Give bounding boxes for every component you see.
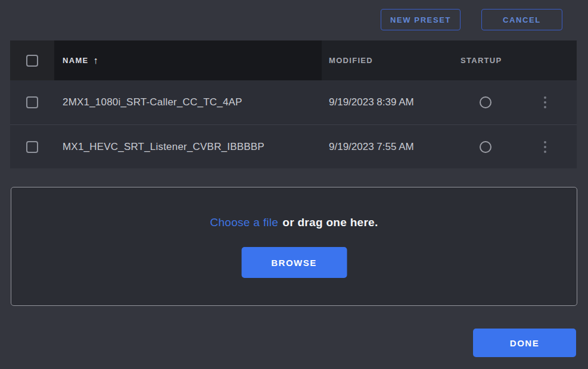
dropzone-instruction: Choose a file or drag one here. — [11, 216, 577, 229]
actions-cell — [530, 125, 577, 168]
column-header-actions — [530, 40, 577, 80]
row-checkbox-cell — [10, 80, 54, 124]
preset-table: NAME ↑ MODIFIED STARTUP 2MX1_1080i_SRT-C… — [10, 40, 577, 168]
table-row[interactable]: MX1_HEVC_SRT_Listener_CVBR_IBBBBP 9/19/2… — [10, 124, 577, 168]
select-all-checkbox[interactable] — [26, 55, 38, 67]
table-header-row: NAME ↑ MODIFIED STARTUP — [10, 40, 577, 80]
startup-cell — [455, 125, 530, 168]
startup-cell — [455, 80, 530, 124]
browse-button[interactable]: BROWSE — [241, 247, 347, 278]
column-header-modified[interactable]: MODIFIED — [322, 40, 455, 80]
table-row[interactable]: 2MX1_1080i_SRT-Caller_CC_TC_4AP 9/19/202… — [10, 80, 577, 124]
row-checkbox[interactable] — [26, 96, 38, 108]
new-preset-button[interactable]: NEW PRESET — [381, 9, 461, 30]
preset-name: MX1_HEVC_SRT_Listener_CVBR_IBBBBP — [54, 125, 322, 168]
row-checkbox[interactable] — [26, 141, 38, 153]
column-header-name-label: NAME — [63, 56, 88, 65]
preset-name: 2MX1_1080i_SRT-Caller_CC_TC_4AP — [54, 80, 322, 124]
startup-radio[interactable] — [480, 141, 491, 153]
row-menu-kebab-icon[interactable] — [542, 139, 549, 155]
actions-cell — [530, 80, 577, 124]
header-checkbox-cell — [10, 40, 54, 80]
startup-radio[interactable] — [480, 96, 491, 108]
preset-modified-date: 9/19/2023 7:55 AM — [322, 125, 455, 168]
row-checkbox-cell — [10, 125, 54, 168]
done-button[interactable]: DONE — [473, 329, 576, 357]
choose-file-link[interactable]: Choose a file — [210, 216, 278, 229]
column-header-startup[interactable]: STARTUP — [455, 40, 530, 80]
sort-ascending-icon: ↑ — [93, 55, 98, 66]
drag-here-text: or drag one here. — [282, 216, 378, 229]
preset-modified-date: 9/19/2023 8:39 AM — [322, 80, 455, 124]
column-header-name[interactable]: NAME ↑ — [54, 40, 322, 80]
file-dropzone[interactable]: Choose a file or drag one here. BROWSE — [11, 187, 577, 306]
cancel-button[interactable]: CANCEL — [481, 9, 562, 30]
row-menu-kebab-icon[interactable] — [542, 94, 549, 111]
